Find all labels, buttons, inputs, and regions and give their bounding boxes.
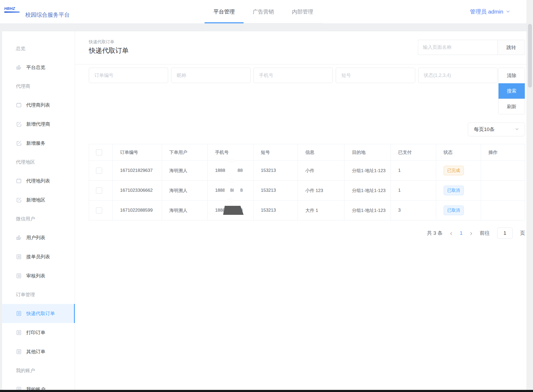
- row-checkbox[interactable]: [96, 168, 102, 174]
- action-cell: [481, 161, 525, 181]
- sidebar-item[interactable]: 新增服务: [2, 134, 75, 153]
- row-checkbox[interactable]: [96, 188, 102, 194]
- row-checkbox[interactable]: [96, 207, 102, 214]
- sidebar-group-title: 我的账户: [2, 361, 75, 380]
- order-no-cell: 1671023306662: [112, 181, 162, 201]
- breadcrumb: 快递代取订单: [89, 39, 114, 45]
- column-header: 操作: [481, 144, 525, 161]
- short-no-cell: 153213: [253, 161, 298, 181]
- page-size-select[interactable]: 每页10条: [468, 123, 525, 136]
- clear-button[interactable]: 清除: [499, 68, 525, 83]
- list-icon: [16, 349, 22, 355]
- calendar-icon: [16, 178, 22, 184]
- edit-icon: [16, 197, 22, 203]
- sidebar-item-label: 新增服务: [26, 140, 45, 146]
- scrollbar-thumb[interactable]: [528, 24, 532, 88]
- sidebar-item[interactable]: 打印订单: [2, 323, 75, 342]
- filter-input-3[interactable]: [254, 68, 333, 83]
- sidebar-item-label: 其他订单: [26, 349, 45, 355]
- column-header: 目的地: [344, 144, 391, 161]
- list-icon: [16, 273, 22, 279]
- user-cell: 海明溯人: [162, 201, 208, 220]
- phone-redaction: [234, 186, 241, 194]
- sidebar-item[interactable]: 快递代取订单: [2, 304, 75, 323]
- main-content: 快递代取订单 快递代取订单 跳转 清除 搜索 刷新 每页10条: [75, 31, 527, 390]
- content-card: 总览平台总览代理商代理商列表新增代理商新增服务代理地区代理地列表新增地区微信用户…: [2, 31, 527, 390]
- next-page-button[interactable]: ›: [470, 230, 472, 237]
- select-all-checkbox[interactable]: [96, 149, 102, 155]
- page-header: 快递代取订单 快递代取订单 跳转: [75, 31, 527, 64]
- goto-page-input[interactable]: [497, 228, 513, 239]
- filter-input-5[interactable]: [418, 68, 497, 83]
- prev-page-button[interactable]: ‹: [450, 230, 452, 237]
- list-icon: [16, 311, 22, 316]
- sidebar-item[interactable]: 代理地列表: [2, 171, 75, 190]
- nav-tab-1[interactable]: 平台管理: [204, 0, 244, 23]
- goto-label: 前往: [480, 230, 490, 237]
- nav-tab-2[interactable]: 广告营销: [244, 0, 283, 23]
- app-window: HBHZ 校园综合服务平台 平台管理广告营销内部管理 管理员 admin 总览平…: [0, 0, 533, 392]
- status-cell: 已完成: [436, 161, 481, 181]
- sidebar-item[interactable]: 新增地区: [2, 190, 75, 210]
- info-cell: 大件 1: [298, 201, 344, 220]
- sidebar-item[interactable]: 审核列表: [2, 266, 75, 285]
- status-badge: 已取消: [444, 206, 464, 215]
- column-header: 订单编号: [112, 144, 162, 161]
- page-unit-label: 页: [520, 230, 525, 237]
- phone-redaction: [228, 158, 234, 163]
- list-icon: [16, 330, 22, 336]
- sidebar-group-title: 代理商: [2, 77, 75, 95]
- phone-redaction: [221, 206, 244, 215]
- phone-redaction: [226, 198, 233, 203]
- filter-input-2[interactable]: [171, 68, 250, 83]
- phone-cell: 18888888888: [208, 201, 254, 220]
- status-badge: 已完成: [444, 166, 464, 175]
- filter-actions: 清除 搜索 刷新: [498, 68, 525, 114]
- sidebar-item-label: 平台总览: [26, 64, 45, 71]
- filter-input-1[interactable]: [89, 68, 168, 83]
- orders-table: 订单编号下单用户手机号短号信息目的地已支付状态操作 1671021829637海…: [89, 144, 525, 220]
- chevron-down-icon: [515, 127, 519, 132]
- sidebar-item[interactable]: 新增代理商: [2, 115, 75, 134]
- sidebar-item[interactable]: 代理商列表: [2, 95, 75, 115]
- table-row: 1671021829637海明溯人18888888888153213小件分组1-…: [89, 161, 525, 181]
- sidebar-group-title: 代理地区: [2, 153, 75, 171]
- status-badge: 已取消: [444, 186, 464, 195]
- window-scrollbar[interactable]: [527, 0, 533, 390]
- column-header: 已支付: [391, 144, 436, 161]
- sidebar-item[interactable]: 其他订单: [2, 342, 75, 361]
- chevron-down-icon: [506, 8, 510, 15]
- filter-input-4[interactable]: [336, 68, 415, 83]
- paid-cell: 3: [391, 201, 436, 220]
- nav-tab-3[interactable]: 内部管理: [283, 0, 322, 23]
- order-no-cell: 1671021829637: [112, 161, 162, 181]
- jump-button[interactable]: 跳转: [497, 40, 525, 55]
- sidebar-item-label: 代理商列表: [26, 102, 50, 108]
- table-row: 1671023306662海明溯人18888888888153213小件 123…: [89, 181, 525, 201]
- page-number-1[interactable]: 1: [460, 230, 463, 236]
- destination-cell: 分组1-地址1-123: [344, 181, 391, 201]
- destination-cell: 分组1-地址1-123: [344, 161, 391, 181]
- sidebar-item[interactable]: 用户列表: [2, 228, 75, 247]
- sidebar-item-label: 审核列表: [26, 273, 45, 279]
- refresh-button[interactable]: 刷新: [499, 99, 525, 114]
- phone-cell: 18888888888: [208, 161, 254, 181]
- filter-bar: [89, 68, 497, 83]
- sidebar-item[interactable]: 我的账户: [2, 380, 75, 390]
- info-cell: 小件 123: [298, 181, 344, 201]
- column-header: 信息: [298, 144, 344, 161]
- short-no-cell: 153213: [253, 181, 298, 201]
- logo[interactable]: HBHZ: [4, 6, 20, 13]
- sidebar-item[interactable]: 平台总览: [2, 58, 75, 77]
- user-menu[interactable]: 管理员 admin: [470, 0, 510, 23]
- sidebar-item[interactable]: 接单员列表: [2, 247, 75, 266]
- sidebar-item-label: 快递代取订单: [26, 310, 55, 317]
- action-cell: [481, 181, 525, 201]
- page-jump-input[interactable]: [418, 40, 497, 55]
- sidebar-group-title: 总览: [2, 39, 75, 58]
- sidebar-item-label: 用户列表: [26, 234, 45, 241]
- logo-underline: [4, 11, 20, 13]
- list-icon: [16, 386, 22, 390]
- search-button[interactable]: 搜索: [499, 83, 525, 99]
- phone-redaction: [225, 186, 230, 194]
